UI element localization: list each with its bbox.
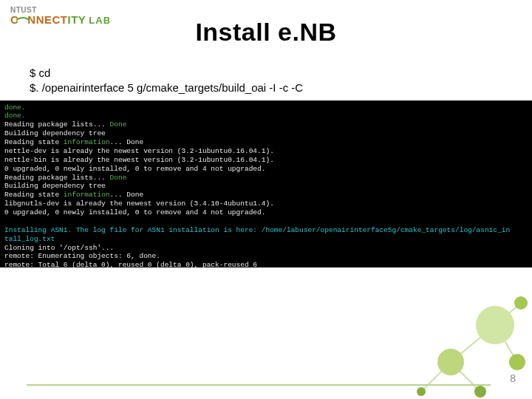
svg-point-7 — [514, 296, 528, 310]
term-blank — [4, 217, 9, 225]
term-line: information — [64, 191, 110, 199]
term-line: nettle-dev is already the newest version… — [4, 147, 274, 155]
command-line-2: $. /openairinterface 5 g/cmake_targets/b… — [30, 81, 532, 95]
command-line-1: $ cd — [30, 66, 532, 81]
svg-line-1 — [421, 362, 451, 392]
svg-point-9 — [474, 386, 486, 398]
logo-lab: LAB — [89, 15, 111, 26]
terminal-output: done. done. Reading package lists... Don… — [0, 100, 532, 267]
term-line: Building dependency tree — [4, 182, 106, 190]
term-line: nettle-bin is already the newest version… — [4, 156, 274, 164]
term-line: 0 upgraded, 0 newly installed, 0 to remo… — [4, 165, 265, 173]
command-block: $ cd $. /openairinterface 5 g/cmake_targ… — [30, 66, 532, 96]
logo: NTUST CNNECTITYLAB — [10, 6, 111, 27]
logo-part-ity: ITY — [68, 13, 86, 26]
term-line: ... Done — [110, 191, 144, 199]
svg-point-5 — [476, 306, 514, 344]
svg-point-10 — [417, 387, 426, 396]
page-number: 8 — [510, 372, 516, 384]
term-line: information — [64, 138, 110, 146]
svg-line-2 — [495, 303, 521, 325]
term-line: Reading state — [4, 191, 64, 199]
term-line: Reading package lists... — [4, 120, 110, 129]
svg-line-4 — [451, 362, 480, 392]
logo-part-nnect: NNECT — [27, 13, 67, 26]
term-line: Cloning into '/opt/ssh'... — [4, 244, 114, 252]
term-line: Building dependency tree — [4, 129, 106, 137]
term-line: libgnutls-dev is already the newest vers… — [4, 200, 274, 208]
term-line: 0 upgraded, 0 newly installed, 0 to remo… — [4, 208, 265, 216]
term-line: Done — [110, 120, 127, 129]
term-line: remote: Enumerating objects: 6, done. — [4, 252, 160, 260]
svg-point-8 — [509, 354, 525, 370]
footer-divider — [27, 384, 491, 386]
term-line: Reading state — [4, 138, 64, 146]
term-line: done. — [4, 103, 26, 112]
term-line: Installing ASN1. The log file for ASN1 i… — [4, 226, 510, 234]
wifi-icon — [18, 15, 28, 25]
svg-line-3 — [495, 325, 517, 362]
logo-brand: CNNECTITYLAB — [10, 14, 111, 27]
svg-point-6 — [437, 349, 464, 375]
term-line: Done — [110, 174, 127, 182]
term-line: remote: Total 6 (delta 0), reused 0 (del… — [4, 261, 257, 267]
term-line: ... Done — [110, 138, 144, 146]
svg-line-0 — [451, 325, 495, 362]
term-line: tall_log.txt — [4, 235, 55, 243]
term-line: done. — [4, 112, 26, 120]
term-line: Reading package lists... — [4, 174, 110, 182]
